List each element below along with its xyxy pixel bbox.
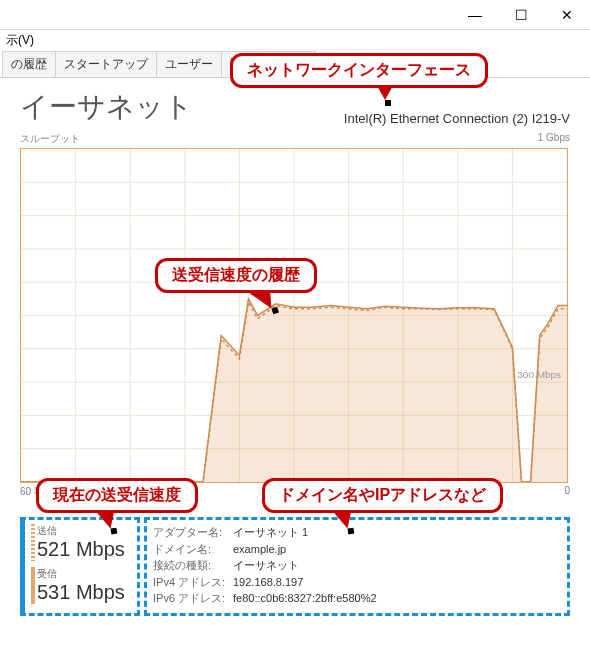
recv-value: 531 Mbps (37, 581, 129, 604)
domain-value: example.jp (233, 541, 286, 558)
ipv4-label: IPv4 アドレス: (153, 574, 233, 591)
callout-history: 送受信速度の履歴 (155, 258, 317, 293)
recv-accent (31, 567, 35, 604)
interface-name: Intel(R) Ethernet Connection (2) I219-V (344, 111, 570, 126)
ipv4-value: 192.168.8.197 (233, 574, 303, 591)
throughput-chart: 300 Mbps (20, 148, 568, 483)
heading-row: イーサネット Intel(R) Ethernet Connection (2) … (20, 88, 570, 126)
recv-label: 受信 (37, 567, 129, 581)
close-button[interactable]: ✕ (544, 0, 590, 30)
callout-current: 現在の送受信速度 (36, 478, 198, 513)
tab-users[interactable]: ユーザー (156, 51, 222, 77)
stats-row: 送信 521 Mbps 受信 531 Mbps アダプター名:イーサネット 1 … (20, 517, 570, 616)
conn-value: イーサネット (233, 557, 299, 574)
page-title: イーサネット (20, 88, 193, 126)
chart-title: スループット (20, 132, 80, 146)
current-speed-panel: 送信 521 Mbps 受信 531 Mbps (20, 517, 140, 616)
callout-details: ドメイン名やIPアドレスなど (262, 478, 503, 513)
callout-interface: ネットワークインターフェース (230, 53, 488, 88)
adapter-label: アダプター名: (153, 524, 233, 541)
content: イーサネット Intel(R) Ethernet Connection (2) … (0, 78, 590, 626)
menubar: 示(V) (0, 30, 590, 51)
ipv6-label: IPv6 アドレス: (153, 590, 233, 607)
network-details-panel: アダプター名:イーサネット 1 ドメイン名:example.jp 接続の種類:イ… (144, 517, 570, 616)
domain-label: ドメイン名: (153, 541, 233, 558)
chart-area: スループット 1 Gbps 300 Mbps 60 秒 0 (20, 132, 570, 499)
conn-label: 接続の種類: (153, 557, 233, 574)
maximize-button[interactable]: ☐ (498, 0, 544, 30)
chart-ymax: 1 Gbps (538, 132, 570, 146)
titlebar: — ☐ ✕ (0, 0, 590, 30)
chart-x-right: 0 (564, 485, 570, 499)
send-accent (31, 524, 35, 561)
send-value: 521 Mbps (37, 538, 129, 561)
tab-history[interactable]: の履歴 (2, 51, 56, 77)
tab-startup[interactable]: スタートアップ (55, 51, 157, 77)
adapter-value: イーサネット 1 (233, 524, 308, 541)
svg-text:300 Mbps: 300 Mbps (517, 369, 561, 380)
menu-view[interactable]: 示(V) (6, 33, 34, 47)
minimize-button[interactable]: — (452, 0, 498, 30)
ipv6-value: fe80::c0b6:8327:2bff:e580%2 (233, 590, 377, 607)
